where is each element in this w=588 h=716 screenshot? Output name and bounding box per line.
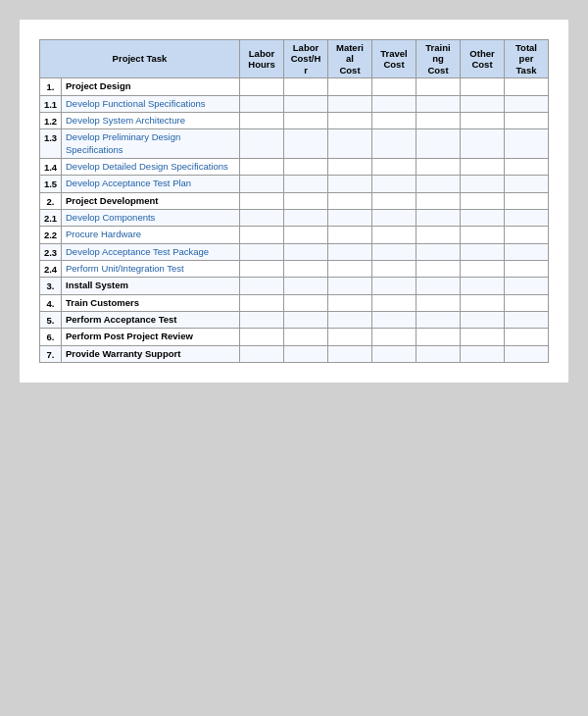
- data-cell[interactable]: [372, 345, 416, 362]
- data-cell[interactable]: [505, 192, 549, 209]
- data-cell[interactable]: [372, 294, 416, 311]
- data-cell[interactable]: [416, 311, 461, 328]
- data-cell[interactable]: [284, 192, 328, 209]
- data-cell[interactable]: [416, 176, 461, 192]
- data-cell[interactable]: [284, 158, 328, 175]
- data-cell[interactable]: [461, 112, 505, 128]
- data-cell[interactable]: [505, 243, 549, 260]
- data-cell[interactable]: [461, 311, 505, 328]
- data-cell[interactable]: [372, 209, 416, 226]
- data-cell[interactable]: [328, 176, 372, 192]
- data-cell[interactable]: [416, 294, 461, 311]
- data-cell[interactable]: [505, 209, 549, 226]
- data-cell[interactable]: [372, 227, 416, 243]
- data-cell[interactable]: [372, 176, 416, 192]
- data-cell[interactable]: [240, 78, 284, 95]
- data-cell[interactable]: [416, 95, 461, 112]
- data-cell[interactable]: [372, 192, 416, 209]
- data-cell[interactable]: [505, 294, 549, 311]
- data-cell[interactable]: [372, 158, 416, 175]
- data-cell[interactable]: [505, 260, 549, 277]
- data-cell[interactable]: [328, 345, 372, 362]
- data-cell[interactable]: [328, 78, 372, 95]
- data-cell[interactable]: [416, 192, 461, 209]
- data-cell[interactable]: [372, 311, 416, 328]
- data-cell[interactable]: [240, 311, 284, 328]
- data-cell[interactable]: [416, 243, 461, 260]
- data-cell[interactable]: [505, 311, 549, 328]
- data-cell[interactable]: [284, 209, 328, 226]
- data-cell[interactable]: [505, 227, 549, 243]
- data-cell[interactable]: [461, 209, 505, 226]
- data-cell[interactable]: [240, 345, 284, 362]
- data-cell[interactable]: [505, 345, 549, 362]
- data-cell[interactable]: [284, 129, 328, 159]
- data-cell[interactable]: [240, 227, 284, 243]
- data-cell[interactable]: [461, 176, 505, 192]
- data-cell[interactable]: [328, 192, 372, 209]
- data-cell[interactable]: [372, 112, 416, 128]
- data-cell[interactable]: [505, 176, 549, 192]
- data-cell[interactable]: [284, 329, 328, 345]
- data-cell[interactable]: [505, 129, 549, 159]
- data-cell[interactable]: [416, 158, 461, 175]
- data-cell[interactable]: [328, 329, 372, 345]
- data-cell[interactable]: [240, 129, 284, 159]
- data-cell[interactable]: [416, 112, 461, 128]
- data-cell[interactable]: [461, 158, 505, 175]
- data-cell[interactable]: [372, 329, 416, 345]
- data-cell[interactable]: [461, 95, 505, 112]
- data-cell[interactable]: [284, 95, 328, 112]
- data-cell[interactable]: [328, 209, 372, 226]
- data-cell[interactable]: [328, 129, 372, 159]
- data-cell[interactable]: [416, 209, 461, 226]
- data-cell[interactable]: [416, 129, 461, 159]
- data-cell[interactable]: [284, 78, 328, 95]
- data-cell[interactable]: [372, 260, 416, 277]
- data-cell[interactable]: [284, 311, 328, 328]
- data-cell[interactable]: [240, 278, 284, 294]
- data-cell[interactable]: [284, 227, 328, 243]
- data-cell[interactable]: [328, 278, 372, 294]
- data-cell[interactable]: [416, 227, 461, 243]
- data-cell[interactable]: [461, 260, 505, 277]
- data-cell[interactable]: [284, 278, 328, 294]
- data-cell[interactable]: [461, 227, 505, 243]
- data-cell[interactable]: [372, 243, 416, 260]
- data-cell[interactable]: [240, 112, 284, 128]
- data-cell[interactable]: [328, 158, 372, 175]
- data-cell[interactable]: [328, 260, 372, 277]
- data-cell[interactable]: [461, 192, 505, 209]
- data-cell[interactable]: [461, 329, 505, 345]
- data-cell[interactable]: [372, 129, 416, 159]
- data-cell[interactable]: [284, 345, 328, 362]
- data-cell[interactable]: [240, 158, 284, 175]
- data-cell[interactable]: [461, 129, 505, 159]
- data-cell[interactable]: [328, 243, 372, 260]
- data-cell[interactable]: [372, 95, 416, 112]
- data-cell[interactable]: [328, 112, 372, 128]
- data-cell[interactable]: [416, 78, 461, 95]
- data-cell[interactable]: [461, 78, 505, 95]
- data-cell[interactable]: [461, 278, 505, 294]
- data-cell[interactable]: [505, 95, 549, 112]
- data-cell[interactable]: [240, 294, 284, 311]
- data-cell[interactable]: [505, 112, 549, 128]
- data-cell[interactable]: [416, 329, 461, 345]
- data-cell[interactable]: [505, 329, 549, 345]
- data-cell[interactable]: [240, 192, 284, 209]
- data-cell[interactable]: [240, 95, 284, 112]
- data-cell[interactable]: [328, 294, 372, 311]
- data-cell[interactable]: [240, 260, 284, 277]
- data-cell[interactable]: [505, 78, 549, 95]
- data-cell[interactable]: [505, 278, 549, 294]
- data-cell[interactable]: [284, 176, 328, 192]
- data-cell[interactable]: [416, 260, 461, 277]
- data-cell[interactable]: [284, 260, 328, 277]
- data-cell[interactable]: [240, 243, 284, 260]
- data-cell[interactable]: [284, 294, 328, 311]
- data-cell[interactable]: [240, 209, 284, 226]
- data-cell[interactable]: [416, 278, 461, 294]
- data-cell[interactable]: [461, 243, 505, 260]
- data-cell[interactable]: [284, 243, 328, 260]
